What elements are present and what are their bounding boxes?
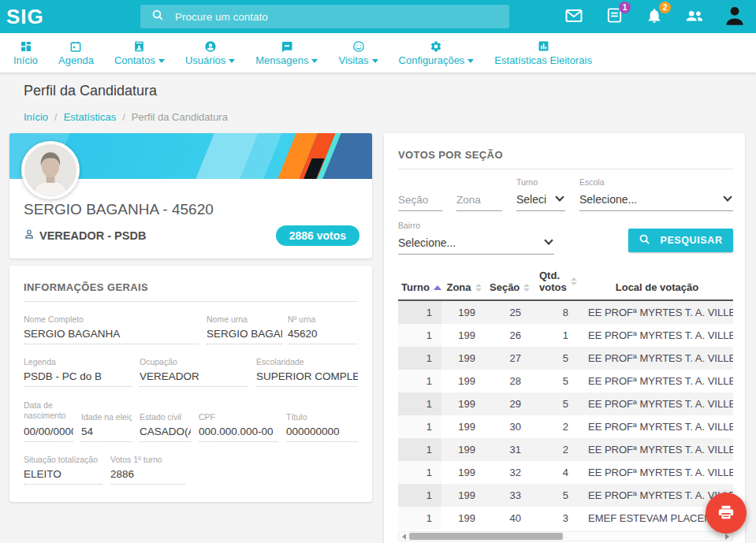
nav-item-label: Mensagens [255, 54, 308, 66]
field-value: 45620 [288, 328, 358, 344]
cell-zona: 199 [441, 507, 486, 530]
cell-qtd-votos: 2 [532, 415, 581, 438]
search-input[interactable] [175, 11, 498, 23]
cell-secao: 31 [486, 438, 532, 461]
horizontal-scrollbar[interactable] [398, 531, 733, 541]
general-info-fields: Nome CompletoSERGIO BAGANHANome urnaSERG… [24, 311, 358, 485]
field-value: SERGIO BAGANHA [24, 328, 199, 344]
search-icon [151, 9, 164, 24]
nav-item-mensagens[interactable]: Mensagens [245, 36, 328, 69]
candidate-name: SERGIO BAGANHA - 45620 [24, 201, 359, 218]
table-row: 1199285EE PROFª MYRTES T. A. VILLELA [398, 370, 733, 392]
cell-secao: 25 [486, 300, 532, 324]
user-avatar-button[interactable] [724, 6, 745, 27]
table-row: 1199302EE PROFª MYRTES T. A. VILLELA [398, 415, 733, 438]
main-nav: InícioAgendaContatosUsuáriosMensagensVis… [0, 33, 756, 73]
cell-local: EE PROFª MYRTES T. A. VILLELA [581, 461, 733, 484]
field-label: CPF [199, 412, 278, 422]
zona-input[interactable] [456, 191, 502, 211]
cell-secao: 30 [486, 415, 532, 438]
cell-secao: 29 [486, 392, 532, 415]
cell-qtd-votos: 4 [532, 461, 581, 484]
app-logo[interactable]: SIG [6, 5, 140, 29]
turno-select[interactable]: Turno Seleci [516, 177, 565, 211]
candidate-photo [21, 141, 80, 199]
secao-input[interactable] [398, 191, 442, 211]
cell-secao: 32 [486, 461, 532, 484]
caret-down-icon [158, 59, 165, 63]
candidate-role: VEREADOR - PSDB [39, 229, 146, 242]
cell-turno: 1 [398, 415, 441, 438]
field-label: Escolaridade [256, 357, 358, 366]
breadcrumb-separator: / [54, 111, 58, 123]
scrollbar-thumb[interactable] [409, 533, 563, 540]
escola-select[interactable]: Escola Selecione... [579, 177, 733, 211]
field-label: Votos 1º turno [110, 455, 185, 464]
nav-item-label: Usuários [185, 54, 225, 66]
caret-down-icon [311, 59, 318, 63]
cell-zona: 199 [441, 392, 486, 415]
cell-turno: 1 [398, 347, 441, 370]
cell-turno: 1 [398, 438, 441, 461]
column-header-zona[interactable]: Zona [441, 265, 486, 300]
mail-icon-button[interactable] [564, 6, 584, 27]
info-row: Data de nascimento00/00/0000Idade na ele… [24, 396, 358, 442]
nav-item-usuarios[interactable]: Usuários [175, 36, 245, 69]
cell-local: EE PROFª MYRTES T. A. VILLELA [581, 415, 733, 438]
smiley-icon [352, 39, 365, 53]
cell-qtd-votos: 5 [532, 347, 581, 370]
notifications-icon-button[interactable]: 2 [644, 6, 665, 27]
content-columns: SERGIO BAGANHA - 45620 VEREADOR - PSDB 2… [0, 133, 756, 543]
nav-item-agenda[interactable]: Agenda [48, 36, 104, 69]
info-field-estado-civil: Estado civilCASADO(A) [140, 396, 191, 442]
votes-table: Turno Zona Seção Qtd. votos Local de vot… [398, 265, 733, 530]
escola-selected-value: Selecione... [579, 193, 637, 206]
print-fab-button[interactable] [706, 493, 747, 534]
cell-turno: 1 [398, 324, 441, 347]
cell-qtd-votos: 5 [532, 370, 581, 392]
field-value: PSDB - PC do B [24, 370, 132, 387]
column-header-qtd-votos[interactable]: Qtd. votos [532, 265, 581, 300]
print-icon [717, 504, 735, 523]
scroll-right-arrow[interactable] [725, 534, 729, 540]
column-header-turno[interactable]: Turno [398, 265, 441, 300]
cell-qtd-votos: 2 [532, 438, 581, 461]
contact-searchbar[interactable] [140, 5, 509, 28]
field-value: 000000000 [286, 426, 358, 442]
mail-icon [564, 6, 583, 28]
cell-zona: 199 [441, 324, 486, 347]
users-icon-button[interactable] [684, 6, 705, 27]
tasks-icon-button[interactable]: 1 [604, 6, 624, 27]
breadcrumb-inicio[interactable]: Início [24, 111, 48, 123]
cell-qtd-votos: 5 [532, 392, 581, 415]
cell-secao: 27 [486, 347, 532, 370]
nav-item-contatos[interactable]: Contatos [104, 36, 175, 69]
divider [398, 169, 733, 169]
cell-turno: 1 [398, 461, 441, 484]
nav-item-label: Agenda [58, 54, 94, 66]
nav-item-visitas[interactable]: Visitas [328, 36, 388, 69]
cell-zona: 199 [441, 461, 486, 484]
bairro-select[interactable]: Bairro Selecione... [398, 221, 554, 255]
nav-item-configuracoes[interactable]: Configurações [389, 36, 485, 69]
search-icon [639, 233, 650, 247]
info-field-titulo: Título000000000 [286, 396, 358, 442]
calendar-icon [69, 39, 82, 53]
scroll-left-arrow[interactable] [402, 534, 406, 540]
caret-down-icon [229, 59, 235, 63]
cell-local: EE PROFª MYRTES T. A. VILLELA [581, 347, 733, 370]
nav-item-inicio[interactable]: Início [3, 36, 48, 69]
cell-local: EE PROFª MYRTES T. A. VILLELA [581, 438, 733, 461]
column-header-local[interactable]: Local de votação [581, 265, 733, 300]
info-field-data-de-nascimento: Data de nascimento00/00/0000 [24, 396, 73, 442]
nav-item-estatisticas-eleitorais[interactable]: Estatísticas Eleitorais [484, 36, 602, 69]
nav-item-label: Estatísticas Eleitorais [494, 54, 592, 66]
gear-icon [430, 39, 442, 53]
sort-asc-icon [434, 285, 441, 290]
field-label: Data de nascimento [24, 400, 73, 422]
breadcrumb-estatisticas[interactable]: Estatísticas [64, 111, 116, 123]
pesquisar-button[interactable]: PESQUISAR [628, 229, 733, 252]
column-header-secao[interactable]: Seção [486, 265, 532, 300]
table-row: 1199324EE PROFª MYRTES T. A. VILLELA [398, 461, 733, 484]
page-title: Perfil da Candidatura [24, 83, 756, 99]
